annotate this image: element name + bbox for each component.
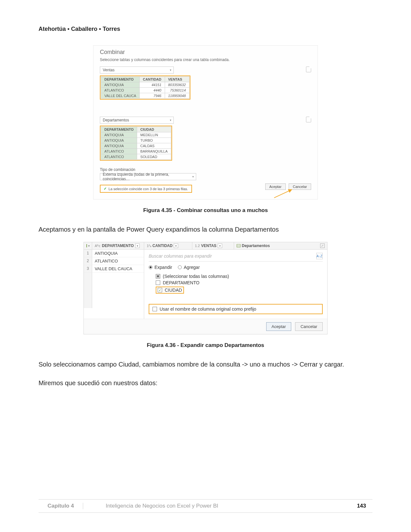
radio-expandir[interactable]: Expandir [149,265,172,270]
cancel-button[interactable]: Cancelar [295,322,323,331]
t2-h0: DEPARTAMENTO [101,127,137,132]
accept-button[interactable]: Aceptar [266,322,292,331]
table1-select-value: Ventas [103,68,115,72]
filter-icon[interactable]: ▾ [218,244,222,248]
match-status: ✓ La selección coincide con 3 de las 3 p… [100,185,192,193]
table1-highlight: DEPARTAMENTO CANTIDAD VENTAS ANTIOQUIA44… [100,75,190,100]
search-input[interactable]: Buscar columnas para expandir [149,253,212,259]
t1-h2: VENTAS [165,77,189,82]
expand-icon[interactable]: ⤢ [320,244,325,248]
expand-panel: ▾ Aᴮᴄ DEPARTAMENTO ▾ 1²₃ CANTIDAD ▾ 1.2 … [83,242,328,334]
sheet-icon [306,66,311,72]
table-corner-icon[interactable]: ▾ [84,242,92,249]
join-type-value: Externa izquierda (todas de la primera, … [103,172,192,181]
footer-book-title: Inteligencia de Negocios con Excel y Pow… [83,503,357,509]
callout-arrow [274,189,292,198]
join-type-select[interactable]: Externa izquierda (todas de la primera, … [100,173,196,180]
check-icon: ✓ [104,187,107,191]
col-option-ciudad[interactable]: ✓ CIUDAD [156,286,323,294]
table1-select[interactable]: Ventas ▾ [100,66,174,74]
t1-h1: CANTIDAD [140,77,165,82]
col-option-departamento[interactable]: DEPARTAMENTO [156,279,323,286]
dialog-title: Combinar [100,49,311,56]
page-footer: Capítulo 4 Inteligencia de Negocios con … [39,499,372,513]
figure-4-36-caption: Figura 4.36 - Expandir campo Departament… [39,342,372,349]
radio-agregar[interactable]: Agregar [178,265,200,270]
paragraph-1: Aceptamos y en la pantalla de Power Quer… [39,223,372,235]
paragraph-3: Miremos que sucedió con nuestros datos: [39,377,372,389]
chevron-down-icon: ▾ [192,175,194,178]
decimal-type-icon: 1.2 [195,244,200,248]
select-all-columns[interactable]: (Seleccionar todas las columnas) [156,273,323,279]
footer-page-number: 143 [357,503,372,509]
paragraph-2: Solo seleccionamos campo Ciudad, cambiam… [39,358,372,370]
t1-h0: DEPARTAMENTO [101,77,140,82]
join-type-label: Tipo de combinación [100,167,311,172]
col-departamento[interactable]: Aᴮᴄ DEPARTAMENTO ▾ [92,242,144,249]
col-departamentos-expand[interactable]: Departamentos ⤢ [234,242,327,249]
filter-icon[interactable]: ▾ [174,244,178,248]
radio-icon [149,265,153,269]
left-rows: 1ANTIOQUIA 2ATLANTICO 3VALLE DEL CAUCA [84,250,144,319]
table2-preview: DEPARTAMENTO CIUDAD ANTIOQUIAMEDELLIN AN… [101,127,171,160]
checkbox-checked-icon: ✓ [158,288,162,292]
table2-highlight: DEPARTAMENTO CIUDAD ANTIOQUIAMEDELLIN AN… [100,126,172,161]
combine-dialog: Combinar Seleccione tablas y columnas co… [93,45,318,200]
text-type-icon: Aᴮᴄ [95,244,101,248]
int-type-icon: 1²₃ [147,244,151,248]
col-ventas[interactable]: 1.2 VENTAS ▾ [192,242,234,249]
checkbox-icon [153,307,157,311]
dialog-subtitle: Seleccione tablas y columnas coincidente… [100,58,311,62]
checkbox-indeterminate-icon [156,274,160,279]
table-type-icon [237,244,240,247]
footer-chapter: Capítulo 4 [39,503,83,509]
sort-az-icon[interactable]: A↓Z [316,253,323,259]
t2-h1: CIUDAD [137,127,171,132]
table1-preview: DEPARTAMENTO CANTIDAD VENTAS ANTIOQUIA44… [101,76,189,99]
accept-button[interactable]: Aceptar [265,183,286,190]
filter-icon[interactable]: ▾ [135,244,140,248]
match-status-text: La selección coincide con 3 de las 3 pri… [109,187,188,191]
table2-select[interactable]: Departamentos ▾ [100,117,174,124]
col-cantidad[interactable]: 1²₃ CANTIDAD ▾ [144,242,192,249]
radio-icon [178,265,182,269]
table2-select-value: Departamentos [103,118,129,122]
figure-4-35-caption: Figura 4.35 - Combinar consultas uno a m… [39,207,372,214]
chevron-down-icon: ▾ [170,119,171,122]
chevron-down-icon: ▾ [170,68,171,72]
use-prefix-option[interactable]: Usar el nombre de columna original como … [149,304,323,314]
running-head: Atehortúa • Caballero • Torres [39,26,372,32]
sheet-icon [306,117,311,122]
checkbox-icon [156,280,160,285]
